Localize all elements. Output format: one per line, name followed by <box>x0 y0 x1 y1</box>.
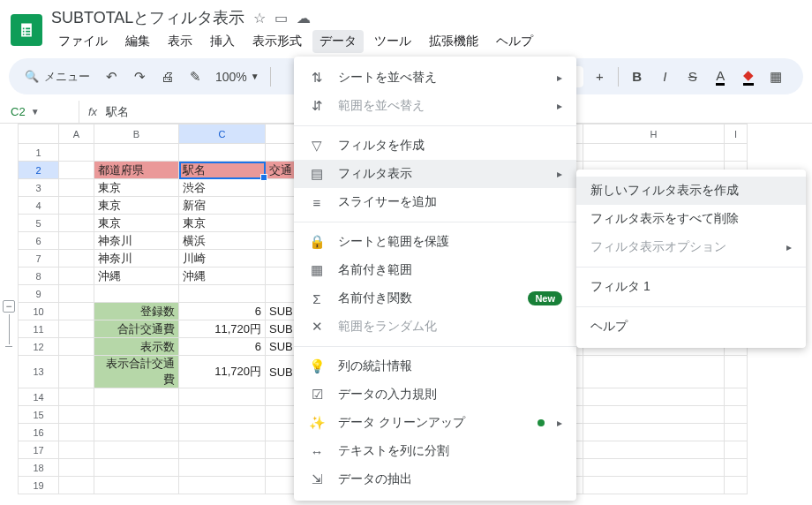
row-4[interactable]: 4 <box>19 197 59 215</box>
cell-C13[interactable]: 11,720円 <box>179 356 266 388</box>
cell-C12[interactable]: 6 <box>179 338 266 356</box>
strike-button[interactable]: S <box>681 64 704 89</box>
cell-B5[interactable]: 東京 <box>94 215 179 232</box>
submenu-help[interactable]: ヘルプ <box>576 313 806 341</box>
paint-format-button[interactable]: ✎ <box>184 64 207 89</box>
cell-B10[interactable]: 登録数 <box>94 303 179 320</box>
menu-view[interactable]: 表示 <box>161 30 199 53</box>
filter-icon: ▽ <box>308 138 326 154</box>
cloud-icon[interactable]: ☁ <box>297 10 311 26</box>
submenu-options: フィルタ表示オプション ▸ <box>576 233 806 261</box>
cell-C5[interactable]: 東京 <box>179 215 266 232</box>
menu-sort-sheet[interactable]: ⇅ シートを並べ替え ▸ <box>294 64 576 92</box>
menu-named-ranges[interactable]: ▦ 名前付き範囲 <box>294 256 576 284</box>
row-5[interactable]: 5 <box>19 215 59 232</box>
cell-C6[interactable]: 横浜 <box>179 232 266 250</box>
cell-B4[interactable]: 東京 <box>94 197 179 215</box>
cell-C11[interactable]: 11,720円 <box>179 320 266 338</box>
data-menu: ⇅ シートを並べ替え ▸ ⇵ 範囲を並べ替え ▸ ▽ フィルタを作成 ▤ フィル… <box>294 57 576 501</box>
row-16[interactable]: 16 <box>19 424 59 441</box>
menu-split-text[interactable]: ↔ テキストを列に分割 <box>294 437 576 465</box>
submenu-delete-all[interactable]: フィルタ表示をすべて削除 <box>576 205 806 233</box>
name-box[interactable]: C2 ▼ <box>5 101 79 123</box>
row-8[interactable]: 8 <box>19 268 59 285</box>
italic-button[interactable]: I <box>654 64 677 89</box>
cell-C10[interactable]: 6 <box>179 303 266 320</box>
col-C[interactable]: C <box>179 124 266 144</box>
menu-search[interactable]: 🔍 メニュー <box>25 69 95 85</box>
row-2[interactable]: 2 <box>19 162 59 179</box>
borders-button[interactable]: ▦ <box>765 64 788 89</box>
formula-value[interactable]: 駅名 <box>106 104 129 120</box>
menu-add-slicer[interactable]: ≡ スライサーを追加 <box>294 188 576 216</box>
sort-range-icon: ⇵ <box>308 98 326 114</box>
checklist-icon: ☑ <box>308 387 326 403</box>
wand-icon: ✨ <box>308 415 326 431</box>
row-14[interactable]: 14 <box>19 388 59 406</box>
row-group-toggle[interactable]: − <box>0 300 18 347</box>
menu-col-stats[interactable]: 💡 列の統計情報 <box>294 352 576 381</box>
menu-insert[interactable]: 挿入 <box>203 30 242 53</box>
row-15[interactable]: 15 <box>19 406 59 424</box>
row-1[interactable]: 1 <box>19 144 59 162</box>
collapse-icon[interactable]: − <box>3 300 15 313</box>
menu-file[interactable]: ファイル <box>51 30 115 53</box>
text-color-button[interactable]: A <box>710 64 733 89</box>
cell-B11[interactable]: 合計交通費 <box>94 320 179 338</box>
select-all-corner[interactable] <box>19 124 59 144</box>
plus-button[interactable]: + <box>589 64 612 89</box>
menu-help[interactable]: ヘルプ <box>489 30 540 53</box>
row-13[interactable]: 13 <box>19 356 59 388</box>
menu-format[interactable]: 表示形式 <box>245 30 309 53</box>
row-10[interactable]: 10 <box>19 303 59 320</box>
move-icon[interactable]: ▭ <box>274 10 288 26</box>
star-icon[interactable]: ☆ <box>253 10 266 26</box>
print-button[interactable]: 🖨 <box>156 64 179 89</box>
document-title[interactable]: SUBTOTALとフィルタ表示 <box>51 7 244 28</box>
row-17[interactable]: 17 <box>19 441 59 459</box>
zoom-select[interactable]: 100% ▼ <box>212 70 263 84</box>
fill-color-button[interactable]: ◆ <box>737 64 760 89</box>
col-H[interactable]: H <box>583 124 725 144</box>
cell-B2[interactable]: 都道府県 <box>94 162 179 179</box>
menu-cleanup[interactable]: ✨ データ クリーンアップ ▸ <box>294 409 576 437</box>
cell-B3[interactable]: 東京 <box>94 179 179 197</box>
bold-button[interactable]: B <box>626 64 649 89</box>
cell-C2[interactable]: 駅名 <box>179 162 266 179</box>
menu-protect[interactable]: 🔒 シートと範囲を保護 <box>294 228 576 256</box>
menu-validation[interactable]: ☑ データの入力規則 <box>294 381 576 409</box>
row-6[interactable]: 6 <box>19 232 59 250</box>
menu-create-filter[interactable]: ▽ フィルタを作成 <box>294 132 576 160</box>
cell-C4[interactable]: 新宿 <box>179 197 266 215</box>
row-18[interactable]: 18 <box>19 459 59 477</box>
menu-extensions[interactable]: 拡張機能 <box>422 30 485 53</box>
col-A[interactable]: A <box>59 124 94 144</box>
row-3[interactable]: 3 <box>19 179 59 197</box>
cell-B6[interactable]: 神奈川 <box>94 232 179 250</box>
menu-named-functions[interactable]: Σ 名前付き関数 New <box>294 284 576 313</box>
row-12[interactable]: 12 <box>19 338 59 356</box>
row-19[interactable]: 19 <box>19 477 59 494</box>
submenu-create-filter-view[interactable]: 新しいフィルタ表示を作成 <box>576 177 806 205</box>
cell-B8[interactable]: 沖縄 <box>94 268 179 285</box>
sheets-logo-icon[interactable] <box>11 14 42 46</box>
cell-C8[interactable]: 沖縄 <box>179 268 266 285</box>
menu-edit[interactable]: 編集 <box>118 30 157 53</box>
cell-C3[interactable]: 渋谷 <box>179 179 266 197</box>
cell-B13[interactable]: 表示合計交通費 <box>94 356 179 388</box>
submenu-filter-1[interactable]: フィルタ 1 <box>576 273 806 301</box>
row-11[interactable]: 11 <box>19 320 59 338</box>
menu-data[interactable]: データ <box>312 30 364 53</box>
row-9[interactable]: 9 <box>19 285 59 303</box>
cell-B12[interactable]: 表示数 <box>94 338 179 356</box>
menu-tools[interactable]: ツール <box>367 30 418 53</box>
menu-extract[interactable]: ⇲ データの抽出 <box>294 465 576 494</box>
undo-button[interactable]: ↶ <box>101 64 124 89</box>
redo-button[interactable]: ↷ <box>129 64 152 89</box>
row-7[interactable]: 7 <box>19 250 59 268</box>
col-I[interactable]: I <box>725 124 748 144</box>
cell-C7[interactable]: 川崎 <box>179 250 266 268</box>
menu-filter-views[interactable]: ▤ フィルタ表示 ▸ <box>294 160 576 188</box>
col-B[interactable]: B <box>94 124 179 144</box>
cell-B7[interactable]: 神奈川 <box>94 250 179 268</box>
